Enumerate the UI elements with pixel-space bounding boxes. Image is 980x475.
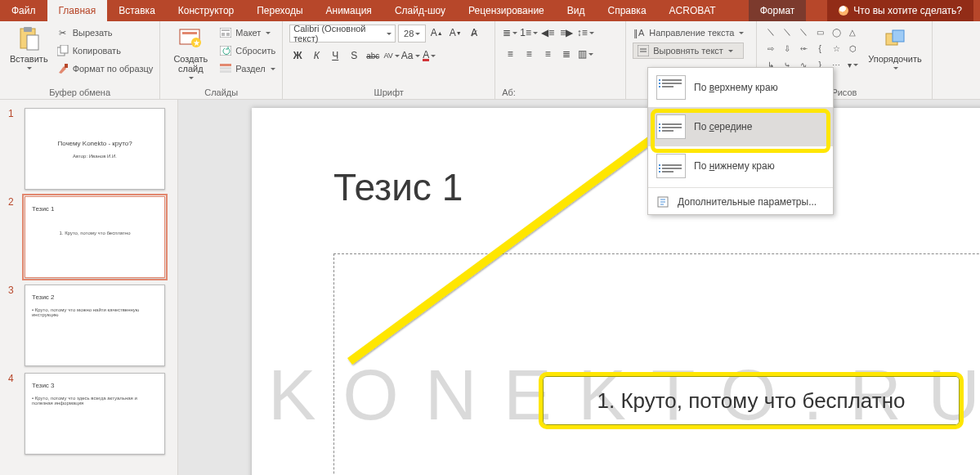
decrease-indent-button[interactable]: ◀≡: [539, 25, 556, 41]
new-slide-icon: ★: [177, 26, 204, 52]
align-right-icon: ≡: [545, 48, 551, 60]
shape-hex-icon[interactable]: ⬡: [845, 41, 860, 56]
svg-rect-7: [182, 32, 197, 34]
shadow-button[interactable]: S: [346, 47, 362, 64]
shape-rect-icon[interactable]: ▭: [812, 25, 827, 39]
group-slides: ★ Создать слайд Макет Сбросить Раздел: [160, 21, 283, 99]
group-font: Calibri (Основной текст) 28 A▲ A▼ A̷ Ж К…: [283, 21, 495, 99]
tab-format[interactable]: Формат: [749, 0, 807, 21]
reset-icon: [219, 44, 232, 57]
slide-thumb-1[interactable]: Почему Konekto - круто? Автор: Иванов И.…: [25, 108, 165, 190]
tab-insert[interactable]: Вставка: [107, 0, 167, 21]
svg-rect-11: [222, 29, 230, 31]
decrease-font-button[interactable]: A▼: [447, 25, 463, 41]
svg-rect-23: [893, 30, 904, 42]
lightbulb-icon: [839, 6, 848, 16]
columns-button[interactable]: ▥: [577, 46, 593, 62]
align-center-button[interactable]: ≡: [521, 46, 537, 62]
tab-view[interactable]: Вид: [556, 0, 597, 21]
increase-font-button[interactable]: A▲: [428, 25, 445, 41]
content-placeholder[interactable]: [333, 253, 980, 475]
svg-rect-19: [638, 45, 649, 56]
italic-button[interactable]: К: [308, 47, 324, 64]
font-name-combo[interactable]: Calibri (Основной текст): [289, 25, 396, 43]
slide-thumbnails-pane[interactable]: 1 Почему Konekto - круто? Автор: Иванов …: [0, 100, 178, 475]
slide-thumb-2[interactable]: Тезис 1 1. Круто, потому что бесплатно: [25, 196, 165, 278]
align-middle-icon: [656, 114, 686, 139]
strike-button[interactable]: abc: [365, 47, 381, 64]
bullets-button[interactable]: ≣: [502, 25, 518, 41]
columns-icon: ▥: [578, 48, 587, 60]
tab-acrobat[interactable]: ACROBAT: [658, 0, 727, 21]
arrange-icon: [882, 26, 908, 52]
arrange-button[interactable]: Упорядочить: [865, 25, 924, 72]
font-color-button[interactable]: A: [421, 47, 437, 64]
format-painter-button[interactable]: Формат по образцу: [56, 60, 154, 77]
tab-help[interactable]: Справка: [596, 0, 657, 21]
shape-callout-icon[interactable]: ⬰: [796, 41, 811, 56]
tab-home[interactable]: Главная: [47, 0, 108, 21]
section-button[interactable]: Раздел: [219, 60, 275, 77]
reset-button[interactable]: Сбросить: [219, 43, 275, 59]
shape-star-icon[interactable]: ☆: [829, 41, 844, 56]
align-left-button[interactable]: ≡: [502, 46, 518, 62]
align-middle-item[interactable]: По середине: [648, 107, 833, 146]
text-direction-icon: ‖A: [633, 26, 646, 39]
svg-rect-12: [222, 33, 225, 36]
align-right-button[interactable]: ≡: [539, 46, 556, 62]
menu-tabs: Файл Главная Вставка Конструктор Переход…: [0, 0, 980, 21]
shape-tri-icon[interactable]: △: [845, 25, 860, 39]
align-text-icon: [637, 44, 650, 57]
shape-line2-icon[interactable]: ＼: [780, 25, 794, 39]
shape-line3-icon[interactable]: ＼: [796, 25, 811, 39]
menu-separator: [648, 187, 833, 188]
thumb-number: 3: [8, 285, 20, 366]
tell-me-search[interactable]: Что вы хотите сделать?: [827, 0, 973, 21]
slide-thumb-3[interactable]: Тезис 2 • Круто, потому что можно найти …: [25, 285, 165, 366]
paste-button[interactable]: Вставить: [7, 25, 51, 72]
tab-design[interactable]: Конструктор: [167, 0, 245, 21]
shape-line-icon[interactable]: ＼: [763, 25, 778, 39]
group-label-paragraph: Аб:: [502, 86, 619, 97]
shape-more-button[interactable]: ▾: [845, 57, 860, 72]
tab-slideshow[interactable]: Слайд-шоу: [383, 0, 457, 21]
bold-button[interactable]: Ж: [289, 47, 306, 64]
tab-file[interactable]: Файл: [0, 0, 47, 21]
group-label-font: Шрифт: [289, 86, 488, 97]
thumb-number: 4: [8, 373, 20, 455]
highlighted-bullet-callout: 1. Круто, потому что бесплатно: [539, 372, 964, 429]
shape-brace-icon[interactable]: {: [812, 41, 827, 56]
layout-button[interactable]: Макет: [219, 25, 275, 41]
increase-indent-button[interactable]: ≡▶: [558, 25, 575, 41]
clear-formatting-button[interactable]: A̷: [466, 25, 482, 41]
tab-animations[interactable]: Анимация: [315, 0, 383, 21]
shape-arrow-r-icon[interactable]: ⇨: [763, 41, 778, 56]
char-spacing-button[interactable]: AV: [383, 47, 400, 64]
cut-button[interactable]: ✂ Вырезать: [56, 25, 154, 41]
tab-review[interactable]: Рецензирование: [457, 0, 556, 21]
slide-title[interactable]: Тезис 1: [333, 165, 463, 209]
change-case-button[interactable]: Aa: [402, 47, 418, 64]
line-spacing-button[interactable]: ↕≡: [577, 25, 593, 41]
align-bottom-item[interactable]: По нижнему краю: [648, 146, 833, 186]
slide-thumb-4[interactable]: Тезис 3 • Круто, потому что здесь всегда…: [25, 373, 165, 455]
font-size-combo[interactable]: 28: [398, 25, 426, 43]
align-top-icon: [656, 75, 686, 100]
brush-icon: [56, 62, 69, 75]
new-slide-button[interactable]: ★ Создать слайд: [167, 25, 214, 82]
slide-canvas[interactable]: Тезис 1 K O N E K T O . R U 1. Круто, по…: [178, 100, 980, 475]
align-more-options-item[interactable]: Дополнительные параметры...: [648, 190, 833, 214]
text-direction-button[interactable]: ‖A Направление текста: [633, 25, 744, 41]
shape-oval-icon[interactable]: ◯: [829, 25, 844, 39]
tab-transitions[interactable]: Переходы: [245, 0, 314, 21]
numbering-button[interactable]: 1≡: [521, 25, 537, 41]
copy-button[interactable]: Копировать: [56, 43, 154, 59]
slide[interactable]: Тезис 1 K O N E K T O . R U 1. Круто, по…: [252, 108, 980, 475]
underline-button[interactable]: Ч: [327, 47, 343, 64]
shape-arrow-d-icon[interactable]: ⇩: [780, 41, 794, 56]
group-label-slides: Слайды: [167, 86, 275, 97]
align-top-item[interactable]: По верхнему краю: [648, 68, 833, 107]
align-text-button[interactable]: Выровнять текст: [633, 43, 744, 59]
justify-button[interactable]: ≣: [558, 46, 575, 62]
shapes-gallery[interactable]: ＼ ＼ ＼ ▭ ◯ △ ⇨ ⇩ ⬰ { ☆ ⬡ ↳ ⤷ ∿ } ⋯ ▾: [763, 25, 860, 72]
